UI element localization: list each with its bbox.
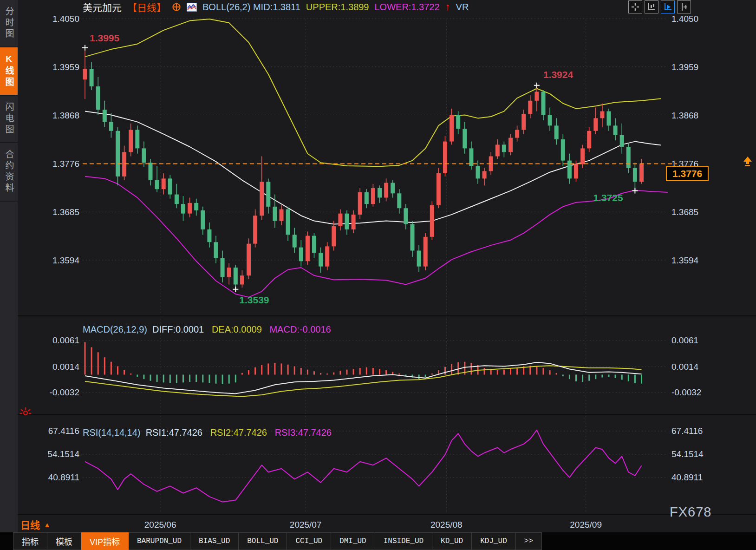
chart-toolbar xyxy=(628,0,691,13)
triangle-up-icon: ▲ xyxy=(44,521,51,529)
svg-text:-0.0032: -0.0032 xyxy=(50,387,79,397)
symbol-title: 美元加元 xyxy=(83,0,122,14)
tab-templates[interactable]: 模板 xyxy=(47,532,81,550)
chart-header: 美元加元 【日线】 BOLL(26,2) MID:1.3811 UPPER:1.… xyxy=(18,0,756,14)
play-axis-view-icon[interactable] xyxy=(661,0,675,13)
tab-barupdn-ud[interactable]: BARUPDN_UD xyxy=(129,532,190,550)
target-icon[interactable] xyxy=(172,2,181,12)
svg-text:0.0014: 0.0014 xyxy=(671,362,699,372)
boll-upper-readout: UPPER:1.3899 xyxy=(306,2,369,13)
tab-kdj-ud[interactable]: KDJ_UD xyxy=(472,532,516,550)
tab-indicators[interactable]: 指标 xyxy=(13,532,47,550)
tab-bias-ud[interactable]: BIAS_UD xyxy=(190,532,239,550)
svg-text:1.3868: 1.3868 xyxy=(671,111,698,120)
svg-text:2025/08: 2025/08 xyxy=(430,520,463,530)
current-price-tag: 1.3776 xyxy=(666,166,709,181)
candle-axis-view-icon[interactable] xyxy=(645,0,658,13)
price-arrow-icon xyxy=(742,156,753,170)
svg-text:0.0014: 0.0014 xyxy=(52,362,80,372)
indicator-tabbar: 指标 模板 VIP指标 BARUPDN_UD BIAS_UD BOLL_UD C… xyxy=(0,532,756,550)
tab-more[interactable]: >> xyxy=(516,532,542,550)
interval-tag[interactable]: 【日线】 xyxy=(127,0,166,14)
tab-boll-ud[interactable]: BOLL_UD xyxy=(239,532,287,550)
sidebar-item-lightning-chart[interactable]: 闪电图 xyxy=(0,96,18,143)
svg-text:0.0061: 0.0061 xyxy=(671,335,698,345)
up-arrow-icon: ↑ xyxy=(445,2,450,12)
vr-label[interactable]: VR xyxy=(456,2,469,13)
svg-text:-0.0032: -0.0032 xyxy=(671,387,701,397)
tab-vip-indicators[interactable]: VIP指标 xyxy=(81,532,129,550)
svg-text:54.1514: 54.1514 xyxy=(47,449,79,459)
trading-app-window: 分时图 K线图 闪电图 合约资料 美元加元 【日线】 BOLL(26,2) MI… xyxy=(0,0,756,550)
svg-text:1.3594: 1.3594 xyxy=(52,255,80,265)
svg-text:1.3685: 1.3685 xyxy=(671,207,698,217)
svg-text:1.3959: 1.3959 xyxy=(671,62,698,72)
svg-text:67.4116: 67.4116 xyxy=(48,426,79,436)
sidebar-item-time-chart[interactable]: 分时图 xyxy=(0,0,18,47)
tab-kd-ud[interactable]: KD_UD xyxy=(432,532,472,550)
brand-watermark: FX678 xyxy=(670,504,711,520)
svg-text:1.3868: 1.3868 xyxy=(52,111,79,120)
tab-dmi-ud[interactable]: DMI_UD xyxy=(331,532,375,550)
chart-canvas[interactable]: 2025/062025/072025/082025/091.40501.4050… xyxy=(18,14,756,532)
boll-lower-readout: LOWER:1.3722 xyxy=(375,2,440,13)
svg-text:1.3685: 1.3685 xyxy=(52,207,79,217)
svg-text:40.8911: 40.8911 xyxy=(48,472,79,482)
indicator-chart-icon[interactable] xyxy=(187,3,197,12)
svg-text:2025/09: 2025/09 xyxy=(570,520,602,530)
svg-text:1.3995: 1.3995 xyxy=(90,33,120,43)
tab-inside-ud[interactable]: INSIDE_UD xyxy=(375,532,432,550)
svg-text:1.4050: 1.4050 xyxy=(52,14,79,24)
svg-text:2025/07: 2025/07 xyxy=(290,520,322,530)
interval-selector-label: 日线 xyxy=(20,517,40,531)
svg-text:1.3959: 1.3959 xyxy=(52,62,79,72)
svg-text:1.3924: 1.3924 xyxy=(543,69,574,80)
sidebar: 分时图 K线图 闪电图 合约资料 xyxy=(0,0,18,532)
sidebar-item-kline-chart[interactable]: K线图 xyxy=(0,47,18,96)
svg-text:40.8911: 40.8911 xyxy=(671,472,703,482)
svg-text:1.3725: 1.3725 xyxy=(593,192,623,203)
alert-sun-icon xyxy=(19,405,33,421)
svg-text:0.0061: 0.0061 xyxy=(52,335,79,345)
svg-text:1.3594: 1.3594 xyxy=(671,255,699,265)
svg-text:67.4116: 67.4116 xyxy=(671,426,703,436)
axis-scale-tool-icon[interactable] xyxy=(677,0,691,13)
svg-text:2025/06: 2025/06 xyxy=(144,520,176,530)
interval-selector[interactable]: 日线 ▲ xyxy=(20,517,51,531)
svg-text:1.4050: 1.4050 xyxy=(671,14,698,24)
svg-text:1.3539: 1.3539 xyxy=(239,295,269,305)
svg-text:1.3776: 1.3776 xyxy=(52,159,79,169)
boll-mid-readout: BOLL(26,2) MID:1.3811 xyxy=(202,2,300,13)
svg-text:54.1514: 54.1514 xyxy=(671,449,704,459)
sidebar-item-contract-info[interactable]: 合约资料 xyxy=(0,143,18,202)
pan-tool-icon[interactable] xyxy=(628,0,642,13)
tab-cci-ud[interactable]: CCI_UD xyxy=(287,532,331,550)
